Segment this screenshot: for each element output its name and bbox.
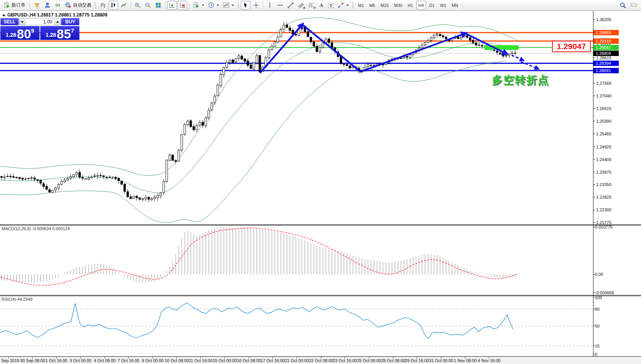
market-button[interactable]: [32, 1, 42, 10]
buy-button[interactable]: BUY: [61, 18, 79, 25]
fibonacci-tool-button[interactable]: F: [306, 1, 316, 10]
volume-down-button[interactable]: [20, 18, 25, 25]
new-order-button[interactable]: 新订单: [2, 1, 27, 10]
zoom-in-button[interactable]: [133, 1, 142, 10]
toolbar-separator: [189, 2, 189, 9]
chart-shift-button[interactable]: [178, 1, 187, 10]
timeframe-m30-button[interactable]: M30: [392, 1, 404, 10]
crosshair-tool-button[interactable]: [251, 1, 261, 10]
volume-control: [19, 18, 61, 25]
timeframe-toolbar: M1M5M15M30H1H4D1W1MN: [355, 1, 461, 10]
price-axis-tick: 1.27565: [596, 81, 611, 86]
sell-button[interactable]: SELL: [0, 18, 19, 25]
auto-scroll-button[interactable]: [167, 1, 177, 10]
indicators-button[interactable]: [191, 1, 206, 10]
arrow-down-icon: [21, 21, 24, 25]
rsi-indicator-label: RSI(14) 44.2949: [2, 297, 33, 301]
price-axis-tick: 1.25990: [596, 119, 611, 124]
rsi-axis-tick: 0: [595, 352, 597, 357]
price-axis-tick: 1.28615: [596, 56, 611, 60]
sell-price-prefix: 1.28: [6, 32, 16, 38]
line-chart-button[interactable]: [119, 1, 129, 10]
signals-button[interactable]: [53, 1, 63, 10]
periods-button[interactable]: [206, 1, 221, 10]
volume-input[interactable]: [25, 18, 54, 25]
candlestick-chart-button[interactable]: [109, 1, 118, 10]
tile-windows-button[interactable]: [153, 1, 163, 10]
symbol-ohlc-label: GBPUSD-,H4 1.28817 1.28861 1.28775 1.288…: [7, 12, 107, 18]
timeframe-m5-button[interactable]: M5: [367, 1, 377, 10]
timeframe-h4-button[interactable]: H4: [416, 1, 426, 10]
vertical-line-tool-button[interactable]: [265, 1, 275, 10]
timeframe-h1-button[interactable]: H1: [405, 1, 415, 10]
autotrading-icon: [65, 2, 71, 8]
timeframe-m1-button[interactable]: M1: [356, 1, 366, 10]
timeframe-w1-button[interactable]: W1: [438, 1, 449, 10]
templates-icon: [223, 2, 229, 8]
toolbar-separator: [263, 2, 263, 9]
macd-axis-tick: 0.00: [595, 272, 603, 277]
time-axis-label: 4 Oct 08:00: [94, 358, 116, 363]
horizontal-line-tool-button[interactable]: [275, 1, 285, 10]
timeframe-d1-button[interactable]: D1: [427, 1, 437, 10]
timeframe-mn-button[interactable]: MN: [449, 1, 460, 10]
price-annotation-box: 1.29047: [552, 41, 591, 52]
bar-chart-icon: [100, 2, 106, 8]
signals-icon: [54, 2, 61, 8]
volume-up-button[interactable]: [54, 18, 60, 25]
chart-title: GBPUSD-,H4 1.28817 1.28861 1.28775 1.288…: [2, 12, 107, 18]
new-order-label: 新订单: [12, 2, 25, 8]
sell-price-big: 80: [17, 29, 31, 40]
trendline-icon: [287, 2, 294, 8]
rsi-axis-tick: 15: [595, 344, 600, 348]
price-axis-tick: 1.25465: [596, 132, 611, 136]
community-button[interactable]: [43, 1, 52, 10]
equidistant-channel-tool-button[interactable]: E: [296, 1, 306, 10]
tile-windows-icon: [155, 2, 161, 8]
templates-button[interactable]: [221, 1, 236, 10]
bar-chart-button[interactable]: [98, 1, 108, 10]
rsi-axis-tick: 100: [595, 295, 602, 300]
market-icon: [34, 2, 40, 8]
horizontal-line-icon: [277, 2, 283, 8]
price-axis-tick: 1.22825: [596, 195, 611, 199]
time-axis-label: 21 Oct 00:00: [285, 358, 309, 363]
text-label-tool-button[interactable]: T: [326, 1, 335, 10]
time-axis-label: 3 Oct 00:00: [70, 358, 92, 363]
price-tag: 1.28394: [593, 61, 619, 66]
macd-axis-tick: 0.010775: [595, 225, 613, 229]
one-click-trading-panel: SELL BUY 1.28809 1.28857: [0, 18, 79, 40]
zoom-out-icon: [145, 2, 151, 8]
line-chart-icon: [120, 2, 127, 8]
buy-price-quote[interactable]: 1.28857: [40, 26, 79, 40]
periods-clock-icon: [208, 2, 214, 8]
price-axis-tick: 1.30205: [596, 17, 611, 22]
trendline-tool-button[interactable]: [286, 1, 295, 10]
arrows-tool-button[interactable]: [336, 1, 350, 10]
dropdown-caret-icon: [202, 5, 204, 7]
main-toolbar: 新订单 自动交易: [0, 0, 641, 11]
text-tool-button[interactable]: A: [317, 1, 326, 10]
sell-price-pip: 9: [31, 27, 34, 34]
buy-price-pip: 7: [71, 27, 74, 34]
chat-icon: [630, 2, 638, 9]
chat-button[interactable]: [629, 1, 639, 10]
dropdown-caret-icon: [232, 5, 234, 7]
cursor-tool-button[interactable]: [241, 1, 250, 10]
label-tool-label: T: [328, 3, 334, 8]
timeframe-m15-button[interactable]: M15: [378, 1, 391, 10]
fibonacci-sub-label: F: [314, 6, 316, 10]
autotrading-button[interactable]: 自动交易: [63, 1, 93, 10]
cursor-icon: [242, 2, 249, 8]
arrows-icon: [338, 2, 344, 8]
sell-price-quote[interactable]: 1.28809: [0, 26, 40, 40]
channel-sub-label: E: [303, 6, 305, 10]
candlestick-chart-icon: [110, 2, 117, 8]
search-button[interactable]: [618, 1, 628, 10]
zoom-out-button[interactable]: [143, 1, 153, 10]
collapse-icon[interactable]: [2, 12, 5, 16]
price-axis-tick: 1.23875: [596, 170, 611, 175]
buy-price-big: 85: [57, 29, 71, 40]
turning-point-annotation: 多空转折点: [492, 73, 549, 87]
macd-indicator-label: MACD(12,26,9) -0.000634 0.000124: [2, 226, 70, 231]
